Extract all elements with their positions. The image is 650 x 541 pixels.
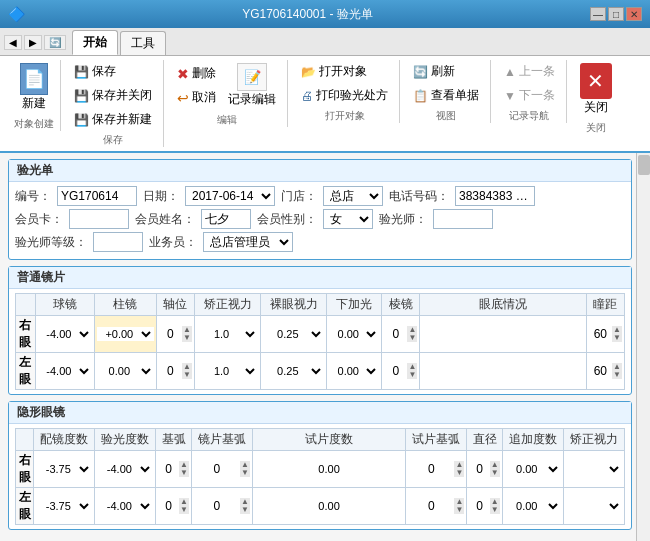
ribbon-group-save-label: 保存	[103, 133, 123, 147]
yinxing-right-jihu-down[interactable]: ▼	[179, 469, 189, 477]
yinxing-right-sp-input[interactable]	[255, 463, 403, 475]
yinxing-left-zhijing-down[interactable]: ▼	[490, 506, 500, 514]
putong-table: 球镜 柱镜 轴位 矫正视力 裸眼视力 下加光 棱镜 眼底情况 瞳距	[15, 293, 625, 390]
putong-left-tongju-down[interactable]: ▼	[612, 371, 622, 379]
putong-right-qujing-select[interactable]: -4.00	[38, 327, 92, 341]
next-button[interactable]: ▼ 下一条	[499, 84, 560, 107]
putong-right-yandi-input[interactable]	[422, 328, 583, 340]
yinxing-right-pej-select[interactable]: -3.75	[36, 462, 92, 476]
yinxing-right-zhijing-down[interactable]: ▼	[490, 469, 500, 477]
huiyuanxingbie-select[interactable]: 女	[323, 209, 373, 229]
save-close-button[interactable]: 💾 保存并关闭	[69, 84, 157, 107]
scrollbar-thumb[interactable]	[638, 155, 650, 175]
yinxing-left-jihu-down[interactable]: ▼	[179, 506, 189, 514]
putong-left-tongju-spinner: 60 ▲▼	[589, 363, 622, 379]
ribbon-group-edit-label: 编辑	[217, 113, 237, 127]
yinxing-row-right-label: 右眼	[16, 451, 34, 488]
record-edit-button[interactable]: 📝 记录编辑	[223, 60, 281, 111]
yinxing-left-sp-input[interactable]	[255, 500, 403, 512]
ribbon-nav-col: ▲ 上一条 ▼ 下一条	[499, 60, 560, 107]
putong-left-qujing: -4.00	[35, 353, 94, 390]
cancel-button[interactable]: ↩ 取消	[172, 86, 221, 109]
yinxing-th-jingpianjihhu: 镜片基弧	[191, 429, 252, 451]
yinxing-right-spjh-down[interactable]: ▼	[454, 469, 464, 477]
save-new-button[interactable]: 💾 保存并新建	[69, 108, 157, 131]
prev-button[interactable]: ▲ 上一条	[499, 60, 560, 83]
yanguangshidengji-input[interactable]	[93, 232, 143, 252]
yinxing-left-jiaoz-select[interactable]	[566, 499, 622, 513]
yinxing-right-zhuijia-select[interactable]: 0.00	[505, 462, 561, 476]
print-button[interactable]: 🖨 打印验光处方	[296, 84, 393, 107]
putong-right-zhouwei-down[interactable]: ▼	[182, 334, 192, 342]
yanguangshi-input[interactable]	[433, 209, 493, 229]
putong-row-left-label: 左眼	[16, 353, 36, 390]
mendian-select[interactable]: 总店	[323, 186, 383, 206]
huiyuanka-input[interactable]	[69, 209, 129, 229]
putong-right-zhujing-select[interactable]: +0.00	[97, 327, 154, 341]
yinxing-left-jijhu-down[interactable]: ▼	[240, 506, 250, 514]
maximize-button[interactable]: □	[608, 7, 624, 21]
date-select[interactable]: 2017-06-14	[185, 186, 275, 206]
minimize-button[interactable]: —	[590, 7, 606, 21]
view-record-icon: 📋	[413, 89, 428, 103]
yinxing-right-yg-select[interactable]: -4.00	[97, 462, 153, 476]
putong-left-lenjing-down[interactable]: ▼	[407, 371, 417, 379]
putong-th-qujing: 球镜	[35, 294, 94, 316]
putong-right-xiajia-select[interactable]: 0.00	[329, 327, 379, 341]
yinxing-left-yg-select[interactable]: -4.00	[97, 499, 153, 513]
putong-right-luoyan-select[interactable]: 0.25	[263, 327, 324, 341]
view-record-button[interactable]: 📋 查看单据	[408, 84, 484, 107]
tab-start[interactable]: 开始	[72, 30, 118, 55]
tab-tools[interactable]: 工具	[120, 31, 166, 55]
putong-left-zhouwei-down[interactable]: ▼	[182, 371, 192, 379]
bianhao-input[interactable]	[57, 186, 137, 206]
putong-left-zhujing-select[interactable]: 0.00	[97, 364, 154, 378]
yinxing-left-spjh: 0 ▲▼	[406, 488, 467, 525]
refresh-button[interactable]: 🔄 刷新	[408, 60, 484, 83]
new-button[interactable]: 📄 新建	[15, 60, 53, 115]
yinxing-right-jihu-spinner: 0 ▲▼	[158, 461, 188, 477]
dianhua-input[interactable]	[455, 186, 535, 206]
save-icon: 💾	[74, 65, 89, 79]
nav-back-button[interactable]: ◀	[4, 35, 22, 50]
ribbon: 📄 新建 对象创建 💾 保存 💾 保存并关闭 💾 保存并新建	[0, 56, 650, 153]
putong-left-xiajia-select[interactable]: 0.00	[329, 364, 379, 378]
save-button[interactable]: 💾 保存	[69, 60, 157, 83]
putong-left-zhouwei-spinner: 0 ▲▼	[159, 363, 192, 379]
yinxing-left-pej-select[interactable]: -3.75	[36, 499, 92, 513]
yinxing-row-left: 左眼 -3.75 -4.00 0 ▲▼	[16, 488, 625, 525]
yinxing-left-jihu: 0 ▲▼	[156, 488, 191, 525]
window-close-button[interactable]: ✕	[626, 7, 642, 21]
form-row-3: 验光师等级： 业务员： 总店管理员	[15, 232, 625, 252]
putong-left-qujing-select[interactable]: -4.00	[38, 364, 92, 378]
print-icon: 🖨	[301, 89, 313, 103]
putong-right-qujing: -4.00	[35, 316, 94, 353]
putong-right-tongju-down[interactable]: ▼	[612, 334, 622, 342]
section-yanguangdan: 验光单 编号： 日期： 2017-06-14 门店： 总店 电话号码： 会员卡：	[8, 159, 632, 260]
close-button[interactable]: ✕ 关闭	[575, 60, 617, 119]
putong-right-lenjing-down[interactable]: ▼	[407, 334, 417, 342]
yewuyuan-select[interactable]: 总店管理员	[203, 232, 293, 252]
yinxing-left-zhuijia-select[interactable]: 0.00	[505, 499, 561, 513]
putong-right-jiaoz-select[interactable]: 1.0	[197, 327, 258, 341]
yinxing-right-jijhu: 0 ▲▼	[191, 451, 252, 488]
yinxing-right-jiaoz-select[interactable]	[566, 462, 622, 476]
putong-th-zhujing: 柱镜	[95, 294, 157, 316]
nav-refresh-button[interactable]: 🔄	[44, 35, 66, 50]
delete-icon: ✖	[177, 66, 189, 82]
open-obj-button[interactable]: 📂 打开对象	[296, 60, 393, 83]
putong-left-luoyan-select[interactable]: 0.25	[263, 364, 324, 378]
putong-left-tongju: 60 ▲▼	[586, 353, 624, 390]
delete-button[interactable]: ✖ 删除	[172, 62, 221, 85]
putong-th-tongju: 瞳距	[586, 294, 624, 316]
scrollbar[interactable]	[636, 153, 650, 541]
yinxing-left-spjh-down[interactable]: ▼	[454, 506, 464, 514]
putong-left-yandi-input[interactable]	[422, 365, 583, 377]
yinxing-left-spjh-spinner: 0 ▲▼	[408, 498, 464, 514]
yanguangshidengji-label: 验光师等级：	[15, 234, 87, 251]
putong-left-yandi	[420, 353, 586, 390]
huiyuanxingming-input[interactable]	[201, 209, 251, 229]
nav-forward-button[interactable]: ▶	[24, 35, 42, 50]
yinxing-right-jijhu-down[interactable]: ▼	[240, 469, 250, 477]
putong-left-jiaoz-select[interactable]: 1.0	[197, 364, 258, 378]
